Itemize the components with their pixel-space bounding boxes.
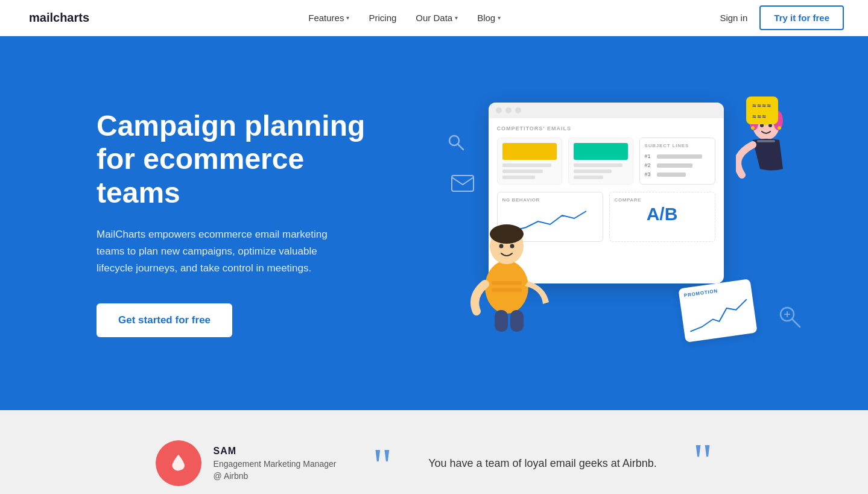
hero-title: Campaign planning for ecommerce teams [97, 109, 386, 209]
subject-line-2-num: #2 [645, 162, 653, 168]
svg-line-3 [458, 144, 463, 150]
subject-lines-panel: SUBJECT LINES #1 #2 #3 [639, 138, 715, 185]
subject-line-1-num: #1 [645, 153, 653, 159]
svg-rect-21 [495, 310, 508, 332]
speech-bubble-content: ≈≈≈≈≈≈≈ [752, 102, 771, 120]
ab-text: A/B [615, 204, 710, 224]
subject-line-3-num: #3 [645, 171, 653, 177]
promo-paper: PROMOTION [678, 279, 757, 343]
hero-content: Campaign planning for ecommerce teams Ma… [97, 109, 386, 337]
author-avatar [156, 440, 201, 486]
chevron-down-icon: ▾ [346, 14, 349, 21]
nav-blog[interactable]: Blog ▾ [477, 13, 501, 23]
nav-features[interactable]: Features ▾ [308, 13, 349, 23]
competitors-label: COMPETITORS' EMAILS [497, 125, 715, 131]
logo-text: mailcharts [29, 11, 89, 25]
browser-dot-1 [496, 107, 502, 113]
browser-header [489, 103, 724, 118]
hero-section: Campaign planning for ecommerce teams Ma… [0, 36, 868, 410]
svg-rect-16 [492, 288, 522, 292]
main-character [458, 191, 555, 338]
chevron-down-icon-3: ▾ [498, 14, 501, 21]
search-icon [446, 133, 466, 154]
svg-line-24 [792, 319, 800, 327]
compare-panel: COMPARE A/B [609, 192, 715, 242]
try-free-button[interactable]: Try it for free [759, 5, 844, 30]
svg-rect-22 [510, 310, 524, 332]
browser-dot-2 [505, 107, 512, 113]
svg-point-14 [485, 261, 528, 314]
hero-illustration: COMPETITORS' EMAILS [386, 72, 844, 374]
quote-open: " [373, 446, 393, 485]
svg-point-19 [499, 244, 503, 249]
testimonial-author: SAM Engagement Marketing Manager @ Airbn… [156, 440, 337, 486]
compare-label: COMPARE [615, 197, 710, 203]
nav-links: Features ▾ Pricing Our Data ▾ Blog ▾ [308, 13, 501, 23]
svg-rect-13 [757, 140, 775, 142]
email-card-1 [497, 138, 562, 185]
email-card-2 [568, 138, 633, 185]
svg-point-11 [751, 126, 755, 130]
speech-bubble: ≈≈≈≈≈≈≈ [746, 97, 778, 124]
logo[interactable]: @ mailcharts [24, 11, 89, 25]
nav-pricing[interactable]: Pricing [369, 13, 396, 23]
airbnb-logo [168, 452, 189, 474]
svg-point-12 [778, 126, 781, 130]
hero-description: MailCharts empowers ecommerce email mark… [97, 226, 350, 277]
testimonial-section: SAM Engagement Marketing Manager @ Airbn… [0, 410, 868, 494]
get-started-button[interactable]: Get started for free [97, 303, 232, 337]
navbar: @ mailcharts Features ▾ Pricing Our Data… [0, 0, 868, 36]
promo-chart [685, 293, 752, 334]
signin-link[interactable]: Sign in [720, 13, 747, 23]
svg-point-20 [510, 244, 514, 249]
svg-rect-4 [452, 176, 474, 191]
author-info: SAM Engagement Marketing Manager @ Airbn… [214, 446, 337, 481]
svg-point-18 [490, 224, 524, 244]
author-name: SAM [214, 446, 337, 457]
browser-dot-3 [515, 107, 521, 113]
author-title: Engagement Marketing Manager [214, 459, 337, 469]
zoom-icon [777, 304, 802, 332]
nav-actions: Sign in Try it for free [720, 5, 844, 30]
quote-text: You have a team of loyal email geeks at … [428, 455, 657, 472]
nav-our-data[interactable]: Our Data ▾ [416, 13, 458, 23]
svg-rect-15 [492, 281, 522, 285]
dashboard-mockup: COMPETITORS' EMAILS [440, 97, 790, 350]
author-company: @ Airbnb [214, 471, 337, 481]
subject-lines-label: SUBJECT LINES [645, 143, 710, 148]
quote-close: " [693, 442, 713, 480]
chevron-down-icon-2: ▾ [455, 14, 458, 21]
